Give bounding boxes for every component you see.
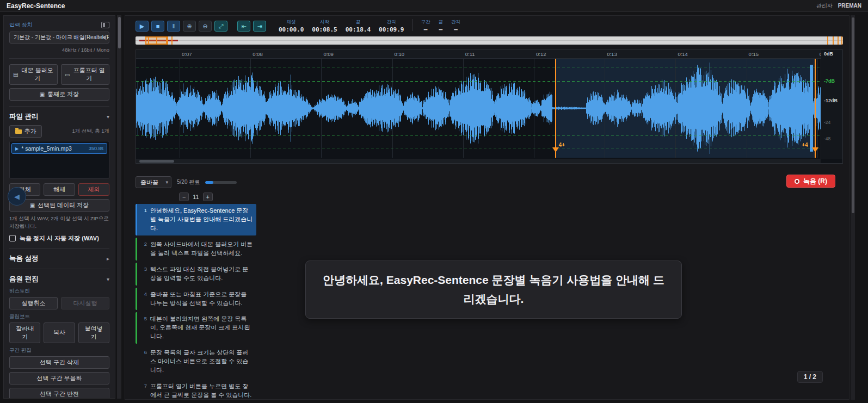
progress-label: 5/20 완료 [177, 178, 200, 186]
zoom-out-button[interactable]: ⊖ [199, 21, 212, 32]
audio-format-label: 48kHz / 16bit / Mono [9, 47, 109, 53]
paste-button[interactable]: 붙여넣기 [78, 323, 109, 343]
font-larger-button[interactable]: + [203, 193, 213, 201]
file-section-header[interactable]: 파일 관리 ▾ [9, 112, 109, 121]
file-item[interactable]: ▶ * sample_5min.mp3 350.8s [11, 143, 107, 154]
time-tick: 0:12 [536, 51, 546, 57]
window-scrollbar-thumb[interactable] [852, 17, 854, 213]
overview-marker-tick [148, 36, 149, 45]
transport-row: 줄바꿈 ▾ 5/20 완료 녹음 (R) [136, 175, 843, 190]
time-tick: 0:08 [253, 51, 263, 57]
main-panel: ▶ ■ ‖ ⊕ ⊖ ⤢ ⇤ ⇥ 재생 00:00.0 시작 00:08.5 끝 … [125, 15, 849, 400]
db-48-label: -48 [824, 136, 830, 141]
time-stats: 재생 00:00.0 시작 00:08.5 끝 00:18.4 간격 00:09… [279, 19, 460, 33]
document-icon: ▤ [13, 72, 18, 78]
goto-selection-start-button[interactable]: ⇤ [237, 21, 250, 32]
save-all-button[interactable]: ▣ 통째로 저장 [9, 88, 109, 101]
goto-start-icon: ⇤ [241, 23, 246, 30]
time-tick: 0:13 [607, 51, 617, 57]
autosave-checkbox[interactable] [9, 235, 16, 241]
app-title: EasyRec-Sentence [7, 2, 65, 10]
delete-range-button[interactable]: 선택 구간 삭제 [9, 356, 109, 369]
time-tick: 0:07 [182, 51, 192, 57]
save-note: 1개 선택 시 WAV, 2개 이상 선택 시 ZIP으로 저장됩니다. [9, 215, 109, 230]
waveform-canvas[interactable] [136, 59, 822, 158]
sentence-item[interactable]: 6문장 목록의 글자 크기는 상단의 플러스 마이너스 버튼으로 조절할 수 있… [136, 346, 256, 377]
overview-centerline [136, 40, 843, 41]
deselect-files-button[interactable]: 해제 [44, 183, 75, 196]
overview-marker-tick [833, 36, 834, 45]
pause-button[interactable]: ‖ [167, 21, 180, 32]
copy-button[interactable]: 복사 [44, 323, 75, 343]
sentence-font-controls: − 11 + [136, 191, 256, 203]
record-button[interactable]: 녹음 (R) [786, 175, 835, 188]
prev-sentence-button[interactable]: ◀ [8, 187, 26, 206]
db-scale: 0dB -7dB -12dB -24 -48 [821, 50, 842, 159]
panel-toggle-icon[interactable] [101, 22, 109, 28]
waveform-hscrollbar[interactable] [136, 159, 821, 163]
sentence-item[interactable]: 3텍스트 파일 대신 직접 붙여넣기로 문장을 입력할 수도 있습니다. [136, 263, 256, 286]
font-smaller-button[interactable]: − [179, 193, 189, 201]
chevron-right-icon: ▸ [107, 256, 109, 262]
zoom-in-button[interactable]: ⊕ [183, 21, 196, 32]
db-0-label: 0dB [824, 51, 833, 57]
selection-end-label[interactable]: +4 [802, 142, 808, 148]
sentence-item[interactable]: 5대본이 불러와지면 왼쪽에 문장 목록이, 오른쪽에 현재 문장이 크게 표시… [136, 312, 256, 344]
overview-strip[interactable] [136, 36, 843, 45]
invert-range-button[interactable]: 선택 구간 반전 [9, 388, 109, 399]
save-icon: ▣ [30, 202, 35, 208]
sentence-item[interactable]: 2왼쪽 사이드바에서 대본 불러오기 버튼을 눌러 텍스트 파일을 선택하세요. [136, 238, 256, 261]
divider [9, 269, 109, 269]
save-icon: ▣ [40, 91, 45, 97]
open-prompter-button[interactable]: ▭ 프롬프터 열기 [61, 64, 109, 85]
window-scrollbar[interactable] [851, 15, 855, 400]
selection-end-marker[interactable] [815, 59, 816, 158]
sentence-item[interactable]: 4줄바꿈 또는 마침표 기준으로 문장을 나누는 방식을 선택할 수 있습니다. [136, 288, 256, 311]
time-axis: 0:07 0:08 0:09 0:10 0:11 0:12 0:13 0:14 … [136, 50, 822, 59]
stop-icon: ■ [156, 23, 160, 29]
exclude-file-button[interactable]: 제외 [78, 183, 109, 196]
stat-end: 끝 00:18.4 [346, 19, 371, 33]
current-sentence-text: 안녕하세요, EasyRec-Sentence 문장별 녹음기 사용법을 안내해… [321, 271, 666, 308]
sidebar-scrollbar-thumb[interactable] [118, 17, 121, 48]
stat-start: 시작 00:08.5 [312, 19, 337, 33]
autosave-checkbox-row[interactable]: 녹음 정지 시 자동 저장 (WAV) [9, 234, 109, 243]
play-button[interactable]: ▶ [136, 21, 149, 32]
overview-marker-tick [166, 36, 167, 45]
audio-edit-title: 음원 편집 [9, 275, 38, 284]
waveform-hscrollbar-thumb[interactable] [139, 160, 174, 163]
waveform-panel: 0:07 0:08 0:09 0:10 0:11 0:12 0:13 0:14 … [136, 49, 843, 164]
split-mode-select[interactable]: 줄바꿈 ▾ [136, 176, 171, 188]
sentence-list: 1안녕하세요, EasyRec-Sentence 문장별 녹음기 사용법을 안내… [136, 204, 256, 399]
audio-edit-header[interactable]: 음원 편집 ▾ [9, 275, 109, 284]
sentence-item[interactable]: 1안녕하세요, EasyRec-Sentence 문장별 녹음기 사용법을 안내… [136, 204, 256, 235]
file-play-icon[interactable]: ▶ [15, 146, 19, 151]
goto-selection-end-button[interactable]: ⇥ [253, 21, 266, 32]
silence-range-button[interactable]: 선택 구간 무음화 [9, 372, 109, 385]
stat-playback: 재생 00:00.0 [279, 19, 304, 33]
selection-start-marker[interactable] [555, 59, 556, 158]
redo-button[interactable]: 다시실행 [61, 297, 109, 309]
page-indicator: 1 / 2 [797, 371, 823, 383]
overview-marker-tick [841, 36, 842, 45]
sidebar-scrollbar[interactable] [117, 15, 121, 399]
stop-button[interactable]: ■ [151, 21, 164, 32]
stat-region-end: 끝 – [438, 19, 443, 33]
cut-button[interactable]: 잘라내기 [9, 323, 40, 343]
add-file-button[interactable]: 추가 [9, 125, 42, 138]
undo-button[interactable]: 실행취소 [9, 297, 58, 309]
input-device-select[interactable]: 기본값 - 기본값 - 마이크 배열(Realtek(R). ▾ [9, 32, 109, 44]
time-tick: 0:14 [678, 51, 688, 57]
user-name[interactable]: PREMAN [838, 3, 861, 9]
record-dot-icon [795, 179, 799, 184]
progress-fill [205, 181, 213, 184]
load-script-button[interactable]: ▤ 대본 불러오기 [9, 64, 58, 85]
prompter-window-icon: ▭ [65, 72, 70, 78]
record-settings-header[interactable]: 녹음 설정 ▸ [9, 254, 109, 263]
wave-toolbar: ▶ ■ ‖ ⊕ ⊖ ⤢ ⇤ ⇥ 재생 00:00.0 시작 00:08.5 끝 … [136, 19, 460, 33]
stats-divider [412, 19, 413, 31]
zoom-in-icon: ⊕ [187, 23, 192, 30]
sentence-item[interactable]: 7프롬프터 열기 버튼을 누르면 별도 창에서 큰 글씨로 문장을 볼 수 있습… [136, 380, 256, 399]
selection-start-label[interactable]: 4+ [559, 142, 565, 148]
zoom-fit-button[interactable]: ⤢ [214, 21, 227, 32]
